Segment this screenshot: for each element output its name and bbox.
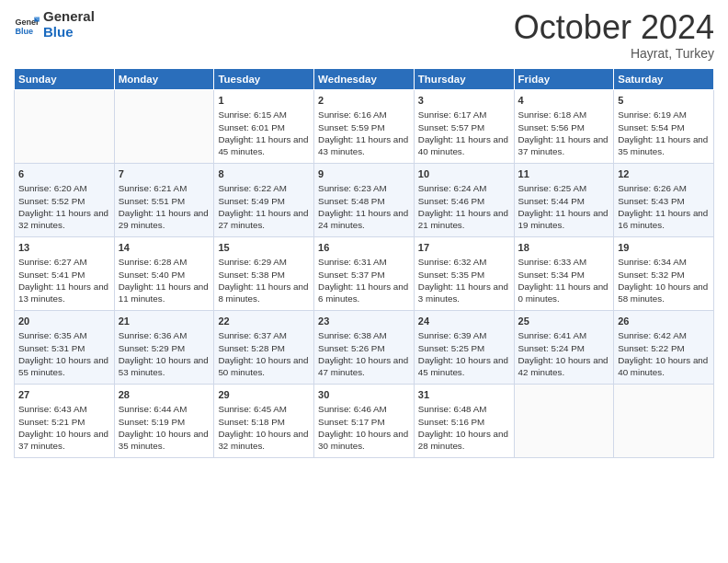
calendar-cell: 4Sunrise: 6:18 AMSunset: 5:56 PMDaylight… — [514, 89, 614, 163]
day-number: 9 — [318, 167, 410, 181]
weekday-header-wednesday: Wednesday — [314, 68, 415, 89]
day-number: 13 — [18, 241, 110, 255]
weekday-header-tuesday: Tuesday — [214, 68, 314, 89]
calendar-cell: 22Sunrise: 6:37 AMSunset: 5:28 PMDayligh… — [214, 310, 314, 384]
day-info: Sunrise: 6:21 AMSunset: 5:51 PMDaylight:… — [119, 182, 210, 231]
day-info: Sunrise: 6:19 AMSunset: 5:54 PMDaylight:… — [618, 109, 710, 157]
logo: General Blue General Blue — [14, 9, 95, 40]
weekday-header-monday: Monday — [114, 68, 214, 89]
day-number: 22 — [218, 315, 310, 328]
week-row-2: 6Sunrise: 6:20 AMSunset: 5:52 PMDaylight… — [15, 163, 714, 236]
day-info: Sunrise: 6:44 AMSunset: 5:19 PMDaylight:… — [119, 403, 210, 452]
day-info: Sunrise: 6:24 AMSunset: 5:46 PMDaylight:… — [418, 182, 510, 231]
day-number: 1 — [218, 94, 310, 108]
calendar-cell: 23Sunrise: 6:38 AMSunset: 5:26 PMDayligh… — [314, 310, 415, 384]
calendar-cell: 31Sunrise: 6:48 AMSunset: 5:16 PMDayligh… — [414, 384, 514, 457]
day-number: 5 — [618, 94, 710, 108]
weekday-header-friday: Friday — [514, 68, 614, 89]
calendar-cell: 24Sunrise: 6:39 AMSunset: 5:25 PMDayligh… — [414, 310, 514, 384]
calendar-cell: 27Sunrise: 6:43 AMSunset: 5:21 PMDayligh… — [15, 384, 115, 457]
logo-general-text: General — [43, 9, 95, 25]
calendar-cell: 18Sunrise: 6:33 AMSunset: 5:34 PMDayligh… — [514, 236, 614, 310]
location: Hayrat, Turkey — [514, 46, 714, 61]
calendar-page: General Blue General Blue October 2024 H… — [0, 0, 728, 563]
day-number: 16 — [318, 241, 410, 255]
day-number: 18 — [518, 241, 610, 255]
day-number: 21 — [119, 315, 210, 328]
week-row-1: 1Sunrise: 6:15 AMSunset: 6:01 PMDaylight… — [15, 89, 714, 163]
day-info: Sunrise: 6:26 AMSunset: 5:43 PMDaylight:… — [618, 182, 710, 231]
day-info: Sunrise: 6:36 AMSunset: 5:29 PMDaylight:… — [119, 329, 210, 378]
calendar-cell: 29Sunrise: 6:45 AMSunset: 5:18 PMDayligh… — [214, 384, 314, 457]
day-info: Sunrise: 6:17 AMSunset: 5:57 PMDaylight:… — [418, 109, 510, 157]
day-info: Sunrise: 6:18 AMSunset: 5:56 PMDaylight:… — [518, 109, 610, 157]
day-info: Sunrise: 6:42 AMSunset: 5:22 PMDaylight:… — [618, 329, 710, 378]
calendar-cell — [614, 384, 714, 457]
calendar-cell: 6Sunrise: 6:20 AMSunset: 5:52 PMDaylight… — [15, 163, 115, 236]
page-header: General Blue General Blue October 2024 H… — [14, 9, 714, 61]
calendar-cell — [15, 89, 115, 163]
svg-text:Blue: Blue — [15, 26, 33, 35]
day-number: 17 — [418, 241, 510, 255]
calendar-cell — [514, 384, 614, 457]
day-info: Sunrise: 6:34 AMSunset: 5:32 PMDaylight:… — [618, 256, 710, 304]
day-number: 12 — [618, 167, 710, 181]
calendar-cell: 8Sunrise: 6:22 AMSunset: 5:49 PMDaylight… — [214, 163, 314, 236]
day-number: 24 — [418, 315, 510, 328]
calendar-cell: 25Sunrise: 6:41 AMSunset: 5:24 PMDayligh… — [514, 310, 614, 384]
calendar-cell: 16Sunrise: 6:31 AMSunset: 5:37 PMDayligh… — [314, 236, 415, 310]
calendar-cell: 17Sunrise: 6:32 AMSunset: 5:35 PMDayligh… — [414, 236, 514, 310]
day-info: Sunrise: 6:45 AMSunset: 5:18 PMDaylight:… — [218, 403, 310, 452]
day-number: 19 — [618, 241, 710, 255]
day-number: 4 — [518, 94, 610, 108]
day-number: 10 — [418, 167, 510, 181]
day-info: Sunrise: 6:29 AMSunset: 5:38 PMDaylight:… — [218, 256, 310, 304]
calendar-cell: 5Sunrise: 6:19 AMSunset: 5:54 PMDaylight… — [614, 89, 714, 163]
header-row: SundayMondayTuesdayWednesdayThursdayFrid… — [15, 68, 714, 89]
day-number: 15 — [218, 241, 310, 255]
day-info: Sunrise: 6:33 AMSunset: 5:34 PMDaylight:… — [518, 256, 610, 304]
week-row-3: 13Sunrise: 6:27 AMSunset: 5:41 PMDayligh… — [15, 236, 714, 310]
week-row-5: 27Sunrise: 6:43 AMSunset: 5:21 PMDayligh… — [15, 384, 714, 457]
day-info: Sunrise: 6:16 AMSunset: 5:59 PMDaylight:… — [318, 109, 410, 157]
calendar-cell: 26Sunrise: 6:42 AMSunset: 5:22 PMDayligh… — [614, 310, 714, 384]
day-info: Sunrise: 6:48 AMSunset: 5:16 PMDaylight:… — [418, 403, 510, 452]
day-number: 11 — [518, 167, 610, 181]
calendar-cell: 30Sunrise: 6:46 AMSunset: 5:17 PMDayligh… — [314, 384, 415, 457]
calendar-cell: 14Sunrise: 6:28 AMSunset: 5:40 PMDayligh… — [114, 236, 214, 310]
calendar-cell: 10Sunrise: 6:24 AMSunset: 5:46 PMDayligh… — [414, 163, 514, 236]
calendar-table: SundayMondayTuesdayWednesdayThursdayFrid… — [14, 68, 714, 458]
day-info: Sunrise: 6:35 AMSunset: 5:31 PMDaylight:… — [18, 329, 110, 378]
calendar-cell: 21Sunrise: 6:36 AMSunset: 5:29 PMDayligh… — [114, 310, 214, 384]
calendar-cell — [114, 89, 214, 163]
month-title: October 2024 — [514, 9, 714, 46]
weekday-header-sunday: Sunday — [15, 68, 115, 89]
day-number: 23 — [318, 315, 410, 328]
calendar-cell: 7Sunrise: 6:21 AMSunset: 5:51 PMDaylight… — [114, 163, 214, 236]
day-number: 28 — [119, 388, 210, 402]
day-number: 7 — [119, 167, 210, 181]
logo-icon: General Blue — [14, 12, 40, 38]
day-info: Sunrise: 6:15 AMSunset: 6:01 PMDaylight:… — [218, 109, 310, 157]
title-block: October 2024 Hayrat, Turkey — [514, 9, 714, 61]
day-number: 25 — [518, 315, 610, 328]
calendar-cell: 28Sunrise: 6:44 AMSunset: 5:19 PMDayligh… — [114, 384, 214, 457]
day-info: Sunrise: 6:27 AMSunset: 5:41 PMDaylight:… — [18, 256, 110, 304]
logo-blue-text: Blue — [43, 25, 95, 40]
day-number: 20 — [18, 315, 110, 328]
day-info: Sunrise: 6:25 AMSunset: 5:44 PMDaylight:… — [518, 182, 610, 231]
day-number: 30 — [318, 388, 410, 402]
day-info: Sunrise: 6:43 AMSunset: 5:21 PMDaylight:… — [18, 403, 110, 452]
day-number: 6 — [18, 167, 110, 181]
day-number: 26 — [618, 315, 710, 328]
day-info: Sunrise: 6:31 AMSunset: 5:37 PMDaylight:… — [318, 256, 410, 304]
day-info: Sunrise: 6:46 AMSunset: 5:17 PMDaylight:… — [318, 403, 410, 452]
day-number: 2 — [318, 94, 410, 108]
day-info: Sunrise: 6:37 AMSunset: 5:28 PMDaylight:… — [218, 329, 310, 378]
calendar-cell: 12Sunrise: 6:26 AMSunset: 5:43 PMDayligh… — [614, 163, 714, 236]
day-info: Sunrise: 6:41 AMSunset: 5:24 PMDaylight:… — [518, 329, 610, 378]
day-number: 29 — [218, 388, 310, 402]
day-info: Sunrise: 6:28 AMSunset: 5:40 PMDaylight:… — [119, 256, 210, 304]
week-row-4: 20Sunrise: 6:35 AMSunset: 5:31 PMDayligh… — [15, 310, 714, 384]
calendar-cell: 20Sunrise: 6:35 AMSunset: 5:31 PMDayligh… — [15, 310, 115, 384]
